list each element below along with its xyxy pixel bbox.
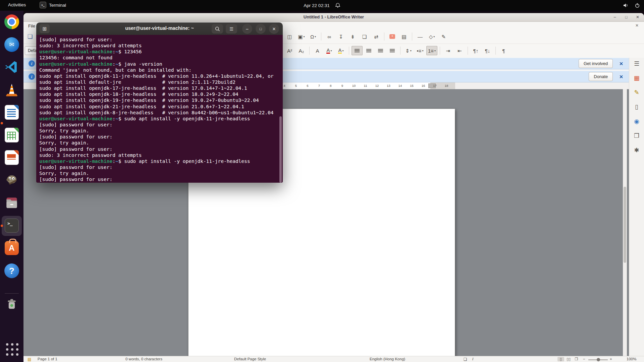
highlight-color-icon[interactable]: A▾	[335, 46, 346, 55]
ruler-number: 16	[422, 84, 425, 87]
zoom-level[interactable]: 100%	[627, 357, 636, 361]
track-changes-icon[interactable]: ▤	[398, 32, 410, 41]
maximize-icon[interactable]	[256, 24, 266, 34]
scrollbar-thumb[interactable]	[624, 187, 626, 263]
writer-titlebar[interactable]: Untitled 1 - LibreOffice Writer	[23, 13, 644, 22]
toolbar-separator	[309, 47, 310, 55]
infobar-close-icon[interactable]	[619, 74, 623, 79]
search-icon[interactable]	[212, 24, 223, 34]
style-inspector-icon[interactable]: ✱	[631, 145, 642, 156]
gallery-icon[interactable]: ❐	[631, 130, 642, 141]
align-right-icon[interactable]	[375, 46, 386, 55]
align-left-icon[interactable]	[352, 46, 363, 55]
sidebar-settings-icon[interactable]: ☰	[631, 58, 642, 69]
show-draw-functions-icon[interactable]: ✎	[438, 32, 449, 41]
endnote-icon[interactable]: ⇟	[347, 32, 358, 41]
dock-item-trash[interactable]	[4, 296, 20, 312]
maximize-icon[interactable]	[623, 14, 630, 20]
navigator-icon[interactable]: ◉	[631, 116, 642, 127]
close-icon[interactable]	[634, 14, 641, 20]
insert-mode-icon[interactable]: ❏	[464, 357, 467, 362]
dock-item-chrome[interactable]	[4, 14, 20, 30]
volume-icon[interactable]	[623, 3, 629, 8]
zoom-slider[interactable]	[588, 359, 608, 360]
ruler-number: 5	[295, 84, 297, 87]
formatting-marks-icon[interactable]: ¶	[498, 46, 509, 55]
power-icon[interactable]	[635, 3, 640, 8]
new-tab-icon[interactable]	[40, 24, 50, 33]
page-icon[interactable]: ▯	[631, 102, 642, 112]
dock-item-impress[interactable]	[4, 149, 20, 166]
special-character-icon[interactable]: Ω▾	[308, 32, 319, 41]
donate-button[interactable]: Donate	[589, 72, 613, 81]
dock-item-writer[interactable]	[4, 104, 20, 120]
toolbar-separator	[412, 33, 412, 41]
character-shadow-icon[interactable]: A	[312, 46, 323, 55]
para-space-increase-icon[interactable]: ¶↑	[470, 46, 481, 55]
zoom-in-icon[interactable]: +	[610, 357, 612, 361]
superscript-icon[interactable]: A²	[284, 46, 295, 55]
styles-icon[interactable]: ✎	[631, 87, 642, 98]
ruler-number: 14	[398, 84, 402, 87]
infobar-close-icon[interactable]	[619, 61, 623, 66]
notification-bell-icon[interactable]	[335, 3, 340, 8]
minimize-icon[interactable]	[242, 24, 252, 34]
dock-item-thunderbird[interactable]: ✉	[4, 37, 20, 53]
single-page-view-icon[interactable]: ▯	[557, 357, 564, 361]
subscript-icon[interactable]: A₂	[296, 46, 307, 55]
new-document-icon[interactable]: ❏	[28, 33, 33, 40]
sidebar-toggle-icon[interactable]: ▤	[28, 357, 31, 362]
horizontal-line-icon[interactable]: —	[415, 32, 426, 41]
decrease-indent-icon[interactable]: ⇤	[454, 46, 465, 55]
dock-item-software[interactable]: A	[4, 240, 20, 256]
properties-icon[interactable]: ▦	[631, 73, 642, 83]
clock[interactable]: Apr 22 02:31	[304, 3, 329, 8]
minimize-icon[interactable]	[611, 14, 619, 20]
terminal-titlebar[interactable]: user@user-virtual-machine: ~	[36, 22, 283, 35]
text-box-icon[interactable]: ▣▾	[296, 32, 307, 41]
insert-comment-icon[interactable]: ❝	[387, 32, 398, 41]
status-bar: ▤ Page 1 of 1 0 words, 0 characters Defa…	[23, 356, 644, 362]
page-count[interactable]: Page 1 of 1	[38, 357, 57, 361]
dock-item-terminal[interactable]: >_	[4, 218, 20, 234]
selection-mode-icon[interactable]: I	[472, 357, 473, 361]
ruler-number: 4	[283, 84, 285, 87]
terminal-scrollbar[interactable]	[279, 116, 282, 183]
cross-reference-icon[interactable]: ⇄	[371, 32, 382, 41]
text-language[interactable]: English (Hong Kong)	[370, 357, 405, 361]
get-involved-button[interactable]: Get involved	[579, 59, 613, 68]
dock-item-calc[interactable]	[4, 127, 20, 143]
bookmark-icon[interactable]: ❏	[359, 32, 370, 41]
align-justify-icon[interactable]	[387, 46, 398, 55]
dock-item-help[interactable]: ?	[4, 263, 20, 279]
para-space-decrease-icon[interactable]: ¶↓	[482, 46, 493, 55]
page-break-icon[interactable]: ◫	[284, 32, 295, 41]
numbered-list-icon[interactable]: 1≡▾	[426, 46, 437, 55]
book-view-icon[interactable]: ❐	[573, 357, 580, 361]
zoom-out-icon[interactable]: −	[583, 357, 585, 361]
dock-item-vlc[interactable]	[4, 82, 20, 98]
line-spacing-icon[interactable]: ⇕▾	[403, 46, 414, 55]
close-document-icon[interactable]	[635, 23, 639, 28]
dock-item-app-grid[interactable]	[4, 341, 20, 357]
dock-item-vscode[interactable]	[4, 59, 20, 75]
footnote-icon[interactable]: ↧	[335, 32, 346, 41]
dock-item-gimp[interactable]	[4, 172, 20, 188]
increase-indent-icon[interactable]: ⇥	[442, 46, 453, 55]
terminal-output[interactable]: [sudo] password for user:sudo: 3 incorre…	[36, 35, 283, 183]
basic-shapes-icon[interactable]: ◇▾	[426, 32, 437, 41]
dock-item-files[interactable]	[4, 195, 20, 211]
bullet-list-icon[interactable]: •≡▾	[415, 46, 426, 55]
font-color-icon[interactable]: A▾	[324, 46, 335, 55]
vertical-scrollbar[interactable]	[623, 89, 627, 356]
hyperlink-icon[interactable]: ∞	[324, 32, 335, 41]
multi-page-view-icon[interactable]: ▯▯	[565, 357, 572, 361]
close-icon[interactable]	[269, 24, 279, 34]
zoom-slider-handle[interactable]	[597, 358, 600, 361]
toolbar-fmt-group: A²A₂AA▾A▾⇕▾•≡▾1≡▾⇥⇤¶↑¶↓¶	[284, 46, 509, 55]
align-center-icon[interactable]	[363, 46, 374, 55]
menu-icon[interactable]	[226, 24, 237, 34]
word-count[interactable]: 0 words, 0 characters	[125, 357, 162, 361]
libreoffice-calc-icon	[5, 128, 19, 142]
page-style[interactable]: Default Page Style	[234, 357, 266, 361]
